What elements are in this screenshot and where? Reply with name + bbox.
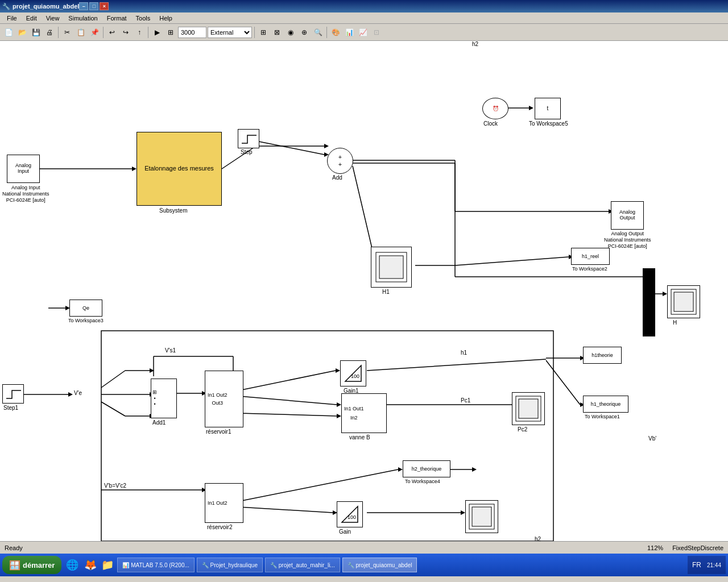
menu-edit[interactable]: Edit	[22, 14, 42, 23]
clock-block[interactable]: ⏰	[482, 98, 508, 119]
redo-button[interactable]: ↪	[119, 26, 132, 39]
step-top-block[interactable]	[238, 129, 259, 148]
tb-btn-5[interactable]: 🔍	[312, 26, 324, 39]
copy-button[interactable]: 📋	[75, 26, 87, 39]
svg-rect-80	[472, 507, 491, 526]
firefox-icon[interactable]: 🦊	[84, 559, 97, 571]
lang-indicator: FR	[692, 561, 701, 569]
status-right: 112% FixedStepDiscrete	[647, 544, 723, 551]
start-button[interactable]: 🪟 démarrer	[2, 556, 61, 574]
h1-reel-block[interactable]: h1_reel	[571, 248, 610, 265]
subsystem-block[interactable]: Etalonnage des mesures	[136, 132, 222, 206]
h-scope-block[interactable]	[667, 285, 700, 318]
start-button[interactable]: ▶	[151, 26, 163, 39]
gain-block[interactable]: 100	[337, 501, 363, 527]
svg-marker-46	[337, 414, 341, 418]
titlebar: 🔧 projet_quiaomu_abdel – □ ×	[0, 0, 728, 13]
add-top-block[interactable]: ++	[327, 148, 353, 174]
sim-mode-select[interactable]: External Normal Accelerator	[208, 27, 252, 38]
to-workspace5-label: To Workspace5	[529, 120, 568, 127]
qe-label: To Workspace3	[68, 318, 104, 323]
menu-help[interactable]: Help	[155, 14, 177, 23]
analog-output-block[interactable]: AnalogOutput	[611, 201, 644, 230]
h2-theorique-block[interactable]: h2_theorique	[403, 460, 450, 477]
menu-simulation[interactable]: Simulation	[64, 14, 102, 23]
menu-file[interactable]: File	[2, 14, 22, 23]
add1-label: Add1	[152, 419, 166, 426]
tb-btn-3[interactable]: ◉	[284, 26, 297, 39]
svg-marker-42	[336, 368, 340, 373]
menu-view[interactable]: View	[42, 14, 64, 23]
taskbar-item-projet-quiaomu[interactable]: 🔧 projet_quiaomu_abdel	[342, 558, 417, 572]
svg-rect-76	[519, 399, 538, 418]
start-label: démarrer	[23, 561, 55, 569]
subsystem-label: Subsystem	[159, 207, 187, 214]
minimize-button[interactable]: –	[79, 2, 88, 10]
close-button[interactable]: ×	[100, 2, 109, 10]
step1-label: Step1	[3, 405, 18, 411]
up-button[interactable]: ↑	[133, 26, 146, 39]
subsystem-text: Etalonnage des mesures	[144, 165, 214, 172]
add-top-label: Add	[332, 174, 342, 181]
open-button[interactable]: 📂	[16, 26, 28, 39]
cut-button[interactable]: ✂	[61, 26, 73, 39]
tb-btn-6[interactable]: 🎨	[329, 26, 342, 39]
tb-btn-1[interactable]: ⊞	[257, 26, 270, 39]
analog-input-block[interactable]: AnalogInput	[7, 155, 40, 183]
paste-button[interactable]: 📌	[88, 26, 101, 39]
ve-label: V'e	[74, 390, 82, 396]
title-icon: 🔧	[2, 3, 10, 10]
tb-btn-8[interactable]: 📈	[357, 26, 369, 39]
undo-button[interactable]: ↩	[106, 26, 118, 39]
menu-format[interactable]: Format	[102, 14, 131, 23]
gain1-block[interactable]: 100	[340, 360, 366, 386]
svg-rect-72	[674, 292, 693, 311]
print-button[interactable]: 🖨	[43, 26, 56, 39]
menu-tools[interactable]: Tools	[131, 14, 155, 23]
canvas-area[interactable]: h1 Pc1 h2 V's1 V'b=V'c2 ⏰ Clock t To Wor…	[0, 41, 728, 541]
svg-marker-62	[398, 467, 403, 472]
gain-label: Gain	[339, 529, 351, 535]
svg-line-47	[367, 359, 546, 371]
svg-marker-25	[68, 392, 73, 397]
status-text: Ready	[5, 544, 647, 551]
tb-btn-7[interactable]: 📊	[343, 26, 355, 39]
reservoir1-block[interactable]: In1 Out2 Out3	[205, 371, 243, 427]
filter-button[interactable]: ⊞	[164, 26, 177, 39]
tb-btn-4[interactable]: ⊕	[298, 26, 311, 39]
taskbar-item-projet-auto[interactable]: 🔧 projet_auto_mahir_li...	[265, 558, 340, 572]
svg-marker-60	[472, 467, 477, 472]
svg-text:V's1: V's1	[165, 347, 176, 354]
step-top-label: Step	[241, 149, 253, 155]
to-workspace5-text: t	[547, 105, 549, 112]
zoom-level: 112%	[647, 544, 663, 551]
save-button[interactable]: 💾	[30, 26, 42, 39]
svg-marker-44	[337, 402, 341, 407]
ie-icon[interactable]: 🌐	[66, 559, 78, 571]
svg-line-31	[101, 402, 125, 416]
taskbar-item-projet-hydraulique[interactable]: 🔧 Projet_hydraulique	[197, 558, 263, 572]
reservoir2-block[interactable]: In1 Out2	[205, 483, 243, 523]
h1-scope-block[interactable]	[371, 247, 412, 288]
tb-btn-2[interactable]: ⊠	[271, 26, 283, 39]
h1-theorique-block[interactable]: h1_theorique	[583, 396, 628, 413]
svg-marker-23	[663, 292, 667, 296]
h2-scope-block[interactable]	[465, 500, 498, 533]
svg-text:Pc1: Pc1	[461, 397, 471, 404]
to-workspace5-block[interactable]: t	[535, 98, 561, 119]
maximize-button[interactable]: □	[89, 2, 98, 10]
taskbar-tray: FR 21:44	[688, 556, 726, 574]
qe-block[interactable]: Qe	[69, 300, 102, 317]
folder-icon[interactable]: 📁	[101, 559, 114, 571]
sim-time-input[interactable]	[178, 27, 206, 38]
step1-block[interactable]	[2, 384, 24, 404]
taskbar: 🪟 démarrer 🌐 🦊 📁 📊 MATLAB 7.5.0 (R200...…	[0, 554, 728, 576]
tb-btn-9[interactable]: ⊡	[370, 26, 383, 39]
add1-block[interactable]: ⊞••	[151, 379, 177, 418]
h1theorie-block[interactable]: h1theorie	[583, 347, 622, 364]
new-button[interactable]: 📄	[2, 26, 15, 39]
vb-label: Vb'	[648, 435, 656, 442]
vanne-b-block[interactable]: In1 Out1In2	[341, 393, 387, 433]
pc2-scope-block[interactable]	[512, 392, 545, 425]
taskbar-item-matlab[interactable]: 📊 MATLAB 7.5.0 (R200...	[117, 558, 194, 572]
